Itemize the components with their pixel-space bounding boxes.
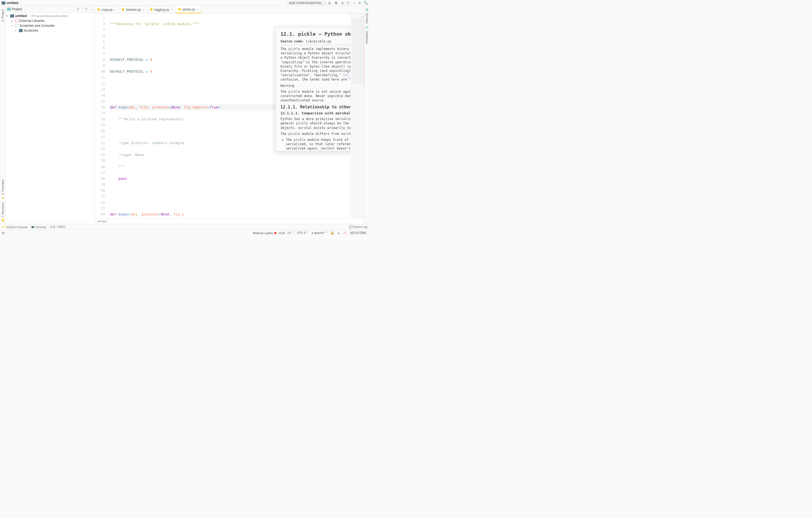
folder-icon [2, 1, 5, 5]
target-icon[interactable]: ⦿ [77, 7, 80, 11]
tree-external-libs[interactable]: ▸ External Libraries [5, 19, 94, 23]
scratches-icon [15, 24, 19, 27]
stop-icon[interactable]: ■ [357, 1, 362, 5]
editor-minimap[interactable]: ✓ [351, 13, 364, 218]
gear-icon[interactable]: ⚙ [85, 7, 88, 11]
editor-breadcrumb[interactable]: dump() [97, 219, 107, 223]
inspector-icon[interactable]: ☻ [337, 232, 340, 235]
chevron-down-icon[interactable]: ▾ [6, 14, 9, 17]
status-caret[interactable]: 8:54 [279, 232, 285, 235]
tool-terminal[interactable]: Terminal [31, 225, 46, 229]
folder-icon [10, 14, 14, 18]
status-line-separator[interactable]: LF ⌃ [288, 231, 294, 235]
status-windows-icon[interactable]: ◧ [2, 231, 5, 235]
status-memory[interactable]: 412 of 725M [349, 231, 367, 235]
tab-copy-py[interactable]: ⬢copy.py× [95, 6, 119, 13]
project-icon [7, 7, 11, 11]
breadcrumb[interactable]: untitled 〉 [2, 1, 22, 5]
lock-icon[interactable]: 🔒 [330, 231, 334, 235]
project-panel-title[interactable]: Project [12, 7, 72, 11]
close-icon[interactable]: × [197, 8, 199, 11]
python-icon: ⬢ [178, 7, 181, 11]
close-icon[interactable]: × [114, 8, 116, 11]
tree-scratches-consoles[interactable]: ▾ Scratches and Consoles [5, 23, 94, 28]
collapse-icon[interactable]: ⁝ [82, 7, 83, 11]
line-gutter[interactable]: 1234567891011121314151617181920212223242… [95, 13, 107, 218]
chevron-right-icon: 〉 [19, 1, 22, 5]
sciview-icon: ▦ [366, 7, 369, 11]
run-icon[interactable]: ▶ [328, 1, 332, 5]
inspection-ok-icon: ✓ [361, 14, 363, 19]
rail-structure[interactable]: 7: Structure [1, 203, 4, 222]
tab-behave-py[interactable]: ⬢behave.py× [119, 6, 147, 13]
tool-todo[interactable]: ☑ 6: TODO [50, 225, 65, 229]
left-tool-rail: 1: Project 2: Favorites 7: Structure [0, 6, 5, 224]
chevron-right-icon[interactable]: ▸ [15, 29, 18, 32]
python-icon: ⬢ [97, 8, 100, 11]
editor-tab-bar: ⬢copy.py× ⬢behave.py× ⬢logging.py× ⬢pick… [95, 6, 364, 13]
chevron-right-icon[interactable]: ▸ [11, 20, 14, 22]
tool-event-log[interactable]: 💬 Event Log [349, 225, 367, 229]
status-encoding[interactable]: UTF-8 ⌃ [297, 231, 309, 235]
status-indent[interactable]: 4 spaces* ⌃ [311, 231, 327, 235]
red-dot-icon [274, 232, 277, 234]
tree-root[interactable]: ▾ untitled ~/Program/Research/untitled [5, 13, 94, 19]
tree-scratches[interactable]: ▸ Scratches [5, 28, 94, 33]
rail-sciview[interactable]: SciView [366, 13, 369, 24]
status-theme[interactable]: Material Lighter [253, 232, 277, 235]
hide-icon[interactable]: — [90, 7, 93, 11]
tool-python-console[interactable]: PY Python Console [2, 225, 28, 229]
folder-icon [19, 29, 23, 32]
git-icon[interactable]: ⎇ [343, 231, 346, 235]
python-icon: ⬢ [150, 8, 153, 11]
search-icon[interactable]: 🔍 [364, 1, 368, 5]
python-icon: ⬢ [122, 8, 124, 11]
debug-icon[interactable]: ⬢ [334, 1, 338, 5]
rail-favorites[interactable]: 2: Favorites [1, 180, 4, 199]
breadcrumb-project: untitled [6, 1, 18, 5]
rail-project[interactable]: 1: Project [1, 9, 4, 22]
tree-root-name: untitled [15, 14, 27, 18]
rail-database[interactable]: Database [366, 31, 369, 44]
profile-icon[interactable]: ◔ [346, 1, 350, 5]
library-icon [15, 19, 19, 23]
coverage-icon[interactable]: ◑ [340, 1, 344, 5]
right-tool-rail: ▦ SciView 🗄 Database [364, 6, 370, 224]
tab-logging-py[interactable]: ⬢logging.py× [147, 6, 176, 13]
attach-icon[interactable]: ⇢ [352, 1, 356, 5]
chevron-down-icon[interactable]: ▾ [11, 24, 14, 27]
add-configuration-button[interactable]: ADD CONFIGURATION... [286, 1, 326, 5]
close-icon[interactable]: × [171, 8, 172, 11]
tree-root-path: ~/Program/Research/untitled [30, 14, 68, 18]
project-panel: Project ⌄ ⦿ ⁝ ⚙ — ▾ untitled ~/Program/R… [5, 6, 95, 224]
tab-pickle-py[interactable]: ⬢pickle.py× [176, 6, 202, 13]
chevron-down-icon[interactable]: ⌄ [73, 8, 76, 10]
database-icon: 🗄 [366, 26, 369, 29]
close-icon[interactable]: × [143, 8, 144, 11]
